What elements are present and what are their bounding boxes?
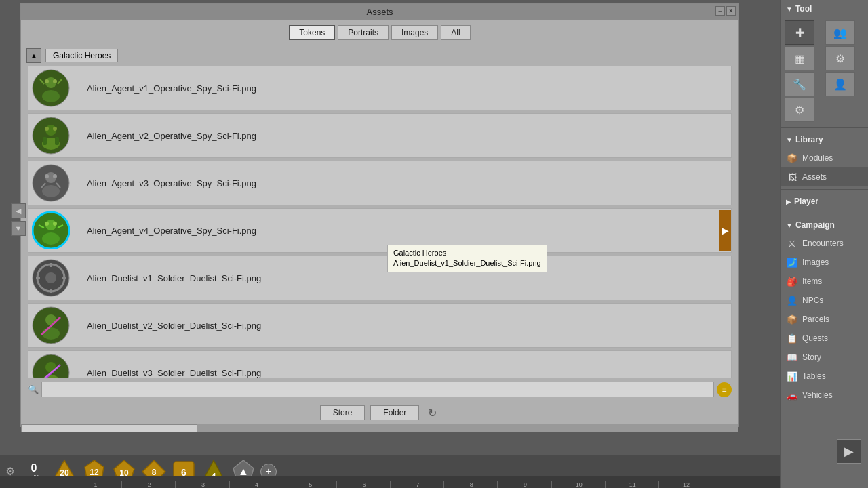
sidebar-item-items[interactable]: 🎒 Items — [781, 272, 868, 291]
svg-point-24 — [45, 222, 49, 226]
campaign-section-header[interactable]: ▼ Campaign — [781, 216, 868, 234]
asset-thumbnail — [28, 113, 73, 158]
list-item[interactable]: Alien_Agent_v4_Operative_Spy_Sci-Fi.png … — [28, 208, 732, 253]
npcs-icon: 👤 — [786, 294, 798, 306]
sidebar-item-label: Encounters — [802, 239, 844, 248]
score-number: 0 — [31, 462, 37, 474]
sidebar-item-parcels[interactable]: 📦 Parcels — [781, 310, 868, 329]
svg-point-25 — [53, 222, 57, 226]
tool-cog-button[interactable]: ⚙ — [785, 98, 814, 122]
assets-icon: 🖼 — [786, 171, 798, 183]
nav-up-button[interactable]: ▲ — [26, 48, 41, 63]
tool-section-header[interactable]: ▼ Tool — [781, 0, 868, 18]
svg-point-18 — [53, 174, 57, 178]
search-settings-button[interactable]: ≡ — [717, 382, 732, 397]
sidebar-item-label: Story — [802, 352, 821, 362]
svg-point-23 — [42, 232, 60, 245]
breadcrumb[interactable]: Galactic Heroes — [45, 49, 118, 62]
filter-portraits-button[interactable]: Portraits — [338, 25, 389, 40]
sidebar-item-quests[interactable]: 📋 Quests — [781, 329, 868, 348]
sidebar-item-label: Images — [802, 258, 829, 267]
asset-filename: Alien_Agent_v2_Operative_Spy_Sci-Fi.png — [73, 131, 731, 141]
assets-window: Assets – ✕ Tokens Portraits Images All ▲… — [20, 3, 739, 427]
tool-section-title: Tool — [795, 4, 812, 14]
campaign-section-title: Campaign — [795, 220, 835, 230]
store-button[interactable]: Store — [320, 405, 366, 420]
sidebar-item-encounters[interactable]: ⚔ Encounters — [781, 234, 868, 253]
images-icon: 🗾 — [786, 256, 798, 268]
svg-point-37 — [42, 327, 60, 340]
filter-tokens-button[interactable]: Tokens — [289, 25, 335, 40]
sidebar-item-npcs[interactable]: 👤 NPCs — [781, 291, 868, 310]
story-icon: 📖 — [786, 351, 798, 363]
panel-option-button[interactable]: ▼ — [11, 221, 26, 236]
list-item[interactable]: Alien_Agent_v2_Operative_Spy_Sci-Fi.png — [28, 113, 732, 158]
library-collapse-icon: ▼ — [786, 136, 793, 144]
scrollbar-thumb[interactable] — [21, 424, 197, 432]
quests-icon: 📋 — [786, 332, 798, 344]
sidebar-item-modules[interactable]: 📦 Modules — [781, 148, 868, 167]
refresh-button[interactable]: ↻ — [425, 405, 439, 420]
tool-settings-button[interactable]: ⚙ — [825, 46, 855, 70]
main-area: Assets – ✕ Tokens Portraits Images All ▲… — [0, 0, 780, 488]
asset-filename: Alien_Duelist_v1_Soldier_Duelist_Sci-Fi.… — [73, 273, 731, 283]
filter-all-button[interactable]: All — [441, 25, 470, 40]
encounters-icon: ⚔ — [786, 237, 798, 249]
list-item[interactable]: Alien_Duelist_v1_Soldier_Duelist_Sci-Fi.… — [28, 256, 732, 300]
asset-thumbnail — [28, 208, 73, 253]
asset-thumbnail — [28, 256, 73, 300]
asset-filename: Alien_Duelist_v3_Soldier_Duelist_Sci-Fi.… — [73, 368, 731, 378]
sidebar-item-vehicles[interactable]: 🚗 Vehicles — [781, 386, 868, 405]
scroll-right-button[interactable]: ▶ — [719, 210, 731, 251]
player-section-title: Player — [794, 197, 818, 206]
asset-list: Alien_Agent_v1_Operative_Spy_Sci-Fi.png — [21, 66, 738, 378]
tool-person-button[interactable]: 👤 — [825, 72, 855, 96]
search-input[interactable] — [41, 382, 714, 397]
ruler-mark: 3 — [175, 481, 229, 488]
horizontal-scrollbar[interactable] — [21, 424, 738, 432]
tool-buttons: ✚ 👥 ▦ ⚙ 🔧 👤 ⚙ — [781, 18, 868, 125]
sidebar-divider-1 — [781, 127, 868, 128]
sidebar-item-images[interactable]: 🗾 Images — [781, 253, 868, 272]
sidebar-item-label: Quests — [802, 333, 828, 343]
assets-title: Assets — [366, 7, 393, 17]
list-item[interactable]: Alien_Duelist_v2_Soldier_Duelist_Sci-Fi.… — [28, 303, 732, 348]
tool-grid-button[interactable]: ▦ — [785, 46, 814, 70]
sidebar-item-story[interactable]: 📖 Story — [781, 348, 868, 367]
tool-wrench-button[interactable]: 🔧 — [785, 72, 814, 96]
campaign-collapse-icon: ▼ — [786, 222, 793, 229]
asset-filename: Alien_Agent_v1_Operative_Spy_Sci-Fi.png — [73, 83, 731, 94]
list-item[interactable]: Alien_Duelist_v3_Soldier_Duelist_Sci-Fi.… — [28, 350, 732, 378]
folder-button[interactable]: Folder — [370, 405, 419, 420]
sidebar-divider-3 — [781, 213, 868, 214]
player-section-header[interactable]: ▶ Player — [781, 192, 868, 210]
ruler-mark: 1 — [68, 481, 121, 488]
sidebar-divider-2 — [781, 189, 868, 190]
sidebar-item-label: Assets — [802, 172, 827, 182]
list-item[interactable]: Alien_Agent_v1_Operative_Spy_Sci-Fi.png — [28, 66, 732, 110]
sidebar-item-assets[interactable]: 🖼 Assets — [781, 167, 868, 186]
svg-point-17 — [45, 174, 49, 178]
asset-filename: Alien_Agent_v4_Operative_Spy_Sci-Fi.png — [73, 226, 731, 236]
ruler-mark: 2 — [121, 481, 175, 488]
tool-crosshair-button[interactable]: ✚ — [785, 20, 814, 45]
svg-point-16 — [42, 185, 60, 197]
minimize-button[interactable]: – — [715, 6, 725, 16]
play-button[interactable]: ▶ — [837, 439, 861, 464]
svg-rect-12 — [43, 137, 47, 145]
parcels-icon: 📦 — [786, 313, 798, 325]
ruler-mark: 9 — [497, 481, 551, 488]
svg-point-11 — [53, 127, 57, 131]
close-button[interactable]: ✕ — [726, 6, 736, 16]
sidebar-item-label: NPCs — [802, 296, 823, 305]
panel-toggle-button[interactable]: ◀ — [11, 203, 26, 218]
svg-point-10 — [45, 127, 49, 131]
sidebar-item-tables[interactable]: 📊 Tables — [781, 367, 868, 386]
search-icon: 🔍 — [28, 384, 39, 394]
player-collapse-icon: ▶ — [786, 198, 791, 205]
library-section-header[interactable]: ▼ Library — [781, 131, 868, 148]
ruler-mark: 10 — [551, 481, 605, 488]
list-item[interactable]: Alien_Agent_v3_Operative_Spy_Sci-Fi.png — [28, 161, 732, 205]
tool-users-button[interactable]: 👥 — [825, 20, 855, 45]
filter-images-button[interactable]: Images — [391, 25, 438, 40]
